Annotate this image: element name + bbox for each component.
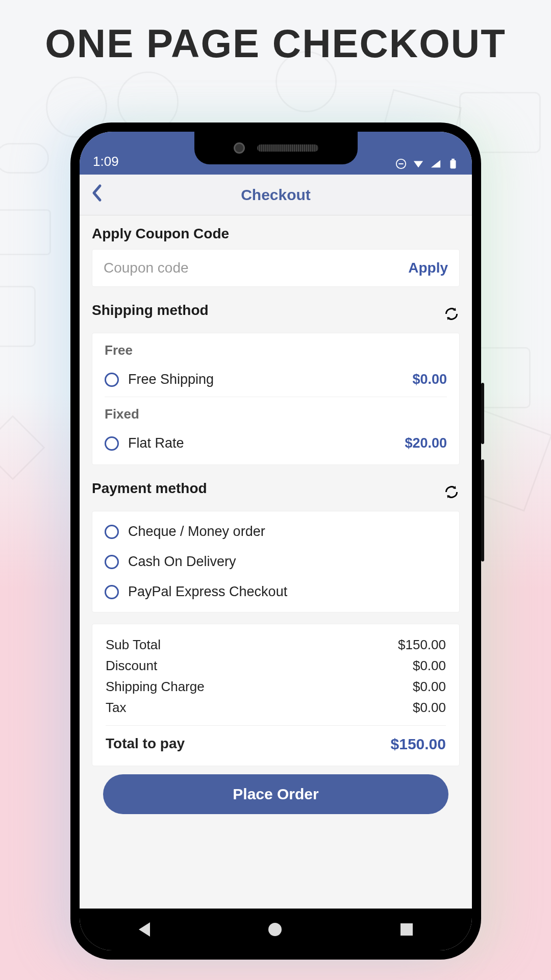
shipping-group-label: Fixed (105, 406, 447, 422)
speaker-icon (257, 144, 318, 152)
wifi-icon (413, 158, 424, 169)
chevron-left-icon (91, 184, 102, 202)
total-value: $150.00 (398, 637, 446, 653)
phone-frame: 1:09 Checkout Apply Coupon Code Apply (70, 122, 481, 960)
status-time: 1:09 (93, 154, 119, 169)
total-value: $0.00 (413, 658, 446, 674)
shipping-section-title: Shipping method (92, 302, 209, 318)
divider (106, 725, 446, 726)
radio-icon (105, 436, 119, 451)
status-icons (395, 158, 459, 169)
shipping-option-price: $20.00 (405, 435, 447, 451)
svg-rect-2 (450, 160, 456, 169)
payment-option-cheque[interactable]: Cheque / Money order (105, 517, 447, 547)
shipping-section: Shipping method Free Free Shipping $0.00… (80, 291, 472, 469)
payment-option-cod[interactable]: Cash On Delivery (105, 547, 447, 577)
phone-side-button (481, 459, 484, 561)
bg-deco (276, 51, 337, 112)
refresh-icon[interactable] (443, 484, 460, 500)
refresh-icon[interactable] (443, 306, 460, 322)
app-header: Checkout (80, 175, 472, 215)
shipping-group-label: Free (105, 342, 447, 358)
bg-deco (0, 286, 36, 347)
payment-option-paypal[interactable]: PayPal Express Checkout (105, 577, 447, 607)
total-row-shipping: Shipping Charge $0.00 (106, 676, 446, 697)
nav-back-icon[interactable] (139, 922, 150, 937)
svg-rect-3 (452, 159, 455, 160)
coupon-section: Apply Coupon Code Apply (80, 215, 472, 291)
dnd-icon (395, 158, 407, 169)
grand-total-value: $150.00 (391, 736, 446, 753)
radio-icon (105, 555, 119, 569)
totals-section: Sub Total $150.00 Discount $0.00 Shippin… (80, 617, 472, 818)
total-value: $0.00 (413, 700, 446, 716)
payment-card: Cheque / Money order Cash On Delivery Pa… (92, 511, 460, 612)
payment-section: Payment method Cheque / Money order Cash… (80, 469, 472, 617)
promo-title: ONE PAGE CHECKOUT (0, 0, 551, 67)
grand-total-label: Total to pay (106, 736, 185, 753)
bg-deco (0, 143, 49, 174)
total-label: Discount (106, 658, 157, 674)
nav-recents-icon[interactable] (400, 923, 413, 936)
totals-card: Sub Total $150.00 Discount $0.00 Shippin… (92, 624, 460, 766)
shipping-option-flat[interactable]: Flat Rate $20.00 (105, 430, 447, 460)
nav-home-icon[interactable] (268, 923, 282, 936)
total-row-subtotal: Sub Total $150.00 (106, 634, 446, 655)
signal-icon (430, 158, 441, 169)
total-row-discount: Discount $0.00 (106, 655, 446, 676)
coupon-card: Apply (92, 249, 460, 287)
android-nav-bar (80, 909, 472, 950)
radio-icon (105, 525, 119, 539)
total-row-tax: Tax $0.00 (106, 697, 446, 718)
shipping-card: Free Free Shipping $0.00 Fixed Flat Rate… (92, 333, 460, 465)
payment-option-label: Cheque / Money order (128, 524, 447, 540)
radio-icon (105, 585, 119, 599)
radio-icon (105, 373, 119, 387)
shipping-option-label: Free Shipping (128, 372, 412, 387)
total-label: Tax (106, 700, 126, 716)
camera-icon (234, 142, 245, 154)
coupon-input[interactable] (104, 260, 408, 276)
shipping-option-price: $0.00 (412, 372, 447, 387)
phone-screen: 1:09 Checkout Apply Coupon Code Apply (80, 132, 472, 950)
total-label: Sub Total (106, 637, 161, 653)
bg-deco (0, 415, 45, 480)
place-order-button[interactable]: Place Order (103, 774, 448, 814)
bg-deco (0, 209, 51, 255)
phone-side-button (481, 383, 484, 444)
payment-option-label: PayPal Express Checkout (128, 584, 447, 600)
content-area: Apply Coupon Code Apply Shipping method … (80, 215, 472, 909)
back-button[interactable] (91, 183, 102, 207)
page-title: Checkout (80, 186, 472, 204)
shipping-option-free[interactable]: Free Shipping $0.00 (105, 366, 447, 397)
shipping-option-label: Flat Rate (128, 435, 405, 451)
total-value: $0.00 (413, 679, 446, 695)
apply-coupon-button[interactable]: Apply (408, 260, 448, 276)
payment-option-label: Cash On Delivery (128, 554, 447, 570)
total-label: Shipping Charge (106, 679, 205, 695)
battery-icon (447, 158, 459, 169)
total-row-grand: Total to pay $150.00 (106, 733, 446, 755)
payment-section-title: Payment method (92, 480, 207, 497)
coupon-section-title: Apply Coupon Code (92, 226, 460, 242)
phone-notch (194, 132, 358, 164)
